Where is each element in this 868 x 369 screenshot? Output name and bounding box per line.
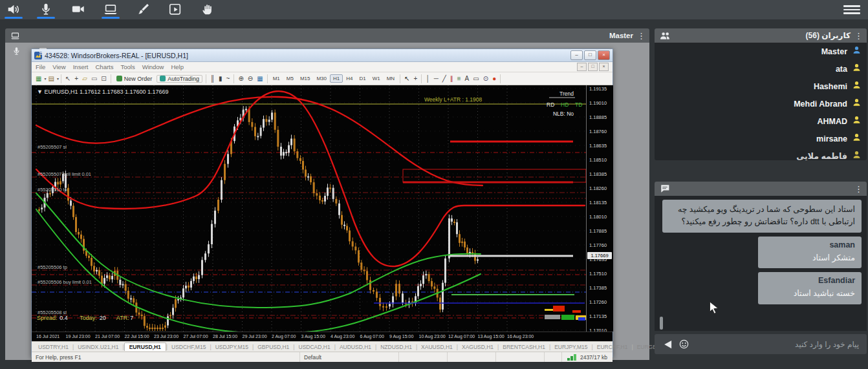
timeframe-mn-button[interactable]: MN <box>384 74 398 83</box>
zoom-out-button[interactable]: ⊖ <box>246 74 255 84</box>
chat-panel-kebab-icon[interactable]: ⋮ <box>851 185 867 193</box>
chart-tab-usdtry-h1[interactable]: USDTRY,H1 <box>34 344 72 350</box>
timeframe-d1-button[interactable]: D1 <box>356 74 369 83</box>
emoji-icon[interactable] <box>679 339 689 349</box>
chart-tab-nzdusd-h1[interactable]: NZDUSD,H1 <box>376 344 416 350</box>
chat-message[interactable]: Esfandiarخسته نباشید استاد <box>758 272 862 304</box>
community-button[interactable]: ● <box>490 74 498 84</box>
menu-item-help[interactable]: Help <box>171 63 184 70</box>
user-row[interactable]: AHMAD <box>655 112 867 130</box>
autotrading-button[interactable]: AutoTrading <box>157 75 202 83</box>
maximize-button[interactable]: □ <box>584 50 596 60</box>
tile-windows-button[interactable]: ▦ <box>255 74 265 84</box>
price-tick: 1.17510 <box>589 271 607 277</box>
hline-tool-button[interactable]: ─ <box>432 74 440 84</box>
order-label: #55205507 sl <box>38 144 67 150</box>
timeframe-m15-button[interactable]: M15 <box>297 74 314 83</box>
menu-item-view[interactable]: View <box>52 63 65 70</box>
timeframe-m5-button[interactable]: M5 <box>283 74 297 83</box>
menu-item-file[interactable]: File <box>36 63 45 70</box>
timeframe-h1-button[interactable]: H1 <box>330 74 343 83</box>
timeframe-h4-button[interactable]: H4 <box>343 74 356 83</box>
zoom-in-button[interactable]: ⊕ <box>236 74 245 84</box>
frame-button[interactable]: ▭ <box>89 74 99 84</box>
timeframe-m30-button[interactable]: M30 <box>313 74 330 83</box>
price-tick: 1.19010 <box>589 100 607 106</box>
chart-tab-usdjpy-m15[interactable]: USDJPY,M15 <box>212 344 252 350</box>
user-row[interactable]: ata <box>655 60 867 78</box>
app-toolbar <box>0 0 868 19</box>
chat-message[interactable]: استاد این سطوحی که شما در تریدینگ ویو می… <box>662 200 862 233</box>
chart-tab-xagusd-h1[interactable]: XAGUSD,H1 <box>458 344 497 350</box>
crosshair-button[interactable]: + <box>412 74 420 84</box>
chat-message-input[interactable] <box>689 340 867 349</box>
trend-cell-rd: RD <box>547 101 554 108</box>
new-order-button[interactable]: New Order <box>113 75 156 83</box>
channel-tool-button[interactable]: ∥ <box>448 74 455 84</box>
chart-tab-xauusd-h1[interactable]: XAUUSD,H1 <box>417 344 457 350</box>
menu-item-window[interactable]: Window <box>142 63 164 70</box>
child-minimize-button[interactable]: – <box>577 63 587 71</box>
close-button[interactable]: × <box>598 50 610 60</box>
speaker-icon[interactable] <box>5 1 22 18</box>
chart-tab-usdchf-m15[interactable]: USDCHF,M15 <box>168 344 210 350</box>
chart-tab-usindx-u21-h1[interactable]: USINDX.U21,H1 <box>74 344 122 350</box>
magnifier-button[interactable]: ⊙ <box>481 74 490 84</box>
chart-tab-eurchf-h1[interactable]: EURCHF,H1 <box>593 344 632 350</box>
dropdown-arrow-icon[interactable]: ▾ <box>57 76 59 81</box>
label-tool-button[interactable]: ▭ <box>471 74 481 84</box>
user-row[interactable]: mirsane <box>655 130 867 147</box>
user-name: Master <box>821 47 847 56</box>
active-underline <box>37 17 55 19</box>
chat-scrollbar[interactable] <box>660 317 663 330</box>
pointer-button[interactable]: ↖ <box>402 74 411 84</box>
menu-item-tools[interactable]: Tools <box>120 63 135 70</box>
line-mode-button[interactable]: ~ <box>224 74 232 84</box>
chat-message[interactable]: samanمتشکر استاد <box>758 237 862 268</box>
menu-item-charts[interactable]: Charts <box>96 63 114 70</box>
chart-tab-eurusd-h1[interactable]: EURUSD,H1 <box>124 343 166 351</box>
fibo-tool-button[interactable]: ≡ <box>455 74 463 84</box>
chart-tab-usdcad-h1[interactable]: USDCAD,H1 <box>295 344 334 350</box>
user-row[interactable]: Master <box>655 43 867 60</box>
status-profile[interactable]: Default <box>300 352 399 362</box>
timeframe-w1-button[interactable]: W1 <box>369 74 384 83</box>
crosshair-tool-button[interactable]: + <box>72 74 80 84</box>
menu-item-insert[interactable]: Insert <box>73 63 89 70</box>
timeframe-m1-button[interactable]: M1 <box>270 74 283 83</box>
profiles-button[interactable]: ▤ <box>46 74 56 84</box>
microphone-icon[interactable] <box>38 1 54 18</box>
users-panel-kebab-icon[interactable]: ⋮ <box>851 32 867 40</box>
camera-icon[interactable] <box>70 1 87 18</box>
bar-chart-mode-button[interactable]: ║ <box>208 74 217 84</box>
candle-mode-button[interactable]: ▮ <box>217 74 224 84</box>
price-tick: 1.18135 <box>589 200 607 206</box>
mt4-window-title: 434528: WindsorBrokers-REAL - [EURUSD,H1… <box>45 52 569 59</box>
cursor-tool-button[interactable]: ↖ <box>63 74 72 84</box>
chart-tab-gbpusd-h1[interactable]: GBPUSD,H1 <box>254 344 293 350</box>
text-tool-button[interactable]: A <box>463 74 472 84</box>
brush-icon[interactable] <box>135 1 151 18</box>
raise-hand-icon[interactable] <box>199 1 216 18</box>
new-chart-button[interactable]: ▦ <box>34 74 43 84</box>
child-restore-button[interactable]: □ <box>588 63 598 71</box>
send-icon[interactable] <box>662 340 673 349</box>
menu-icon[interactable] <box>843 5 860 14</box>
media-player-icon[interactable] <box>167 1 184 18</box>
screen-share-icon[interactable] <box>102 1 119 18</box>
vline-tool-button[interactable]: │ <box>424 74 431 84</box>
zoom-window-button[interactable]: ⊡ <box>99 74 108 84</box>
user-row[interactable]: Hashemi <box>655 78 867 95</box>
trendline-tool-button[interactable]: ╱ <box>440 74 448 84</box>
stat-key: Spread: <box>37 315 58 321</box>
chart-tab-eurjpy-m15[interactable]: EURJPY,M15 <box>550 344 591 350</box>
time-tick: 9 Aug 15:00 <box>389 334 413 339</box>
chart-tab-brentcash-h1[interactable]: BRENTCASH,H1 <box>499 344 549 350</box>
user-row[interactable]: فاطمه ملایی <box>655 147 867 160</box>
share-panel-kebab-icon[interactable]: ⋮ <box>633 32 649 40</box>
child-close-button[interactable]: × <box>599 63 609 71</box>
user-row[interactable]: Mehdi Abrand <box>655 95 867 112</box>
shapes-button[interactable]: ▱ <box>80 74 89 84</box>
chart-tab-audusd-h1[interactable]: AUDUSD,H1 <box>336 344 375 350</box>
minimize-button[interactable]: – <box>570 50 583 60</box>
